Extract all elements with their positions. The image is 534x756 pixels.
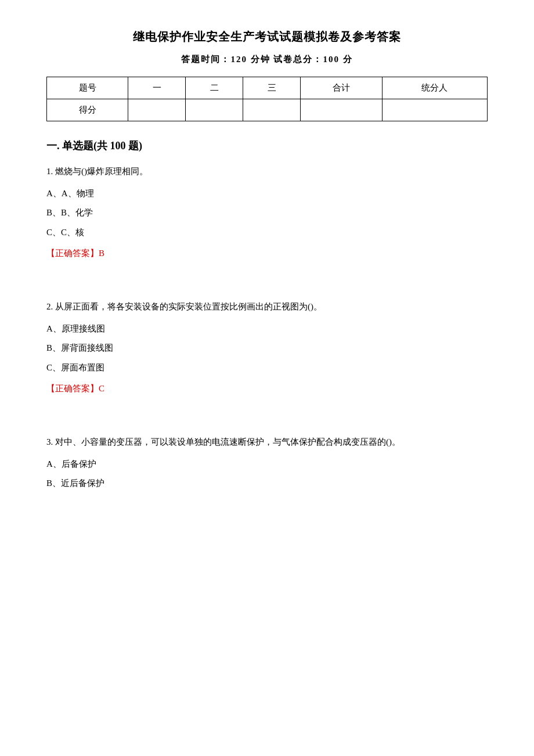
option-1c: C、C、核 — [46, 225, 488, 240]
question-block-3: 3. 对中、小容量的变压器，可以装设单独的电流速断保护，与气体保护配合构成变压器… — [46, 435, 488, 491]
header-cell-grader: 统分人 — [382, 77, 488, 99]
header-cell-tihao: 题号 — [47, 77, 128, 99]
question-block-1: 1. 燃烧与()爆炸原理相同。 A、A、物理 B、B、化学 C、C、核 【正确答… — [46, 164, 488, 259]
spacer-1 — [46, 276, 488, 300]
score-cell-2 — [186, 99, 243, 121]
table-score-row: 得分 — [47, 99, 488, 121]
answer-value-2: C — [99, 384, 104, 393]
header-cell-3: 三 — [243, 77, 301, 99]
question-block-2: 2. 从屏正面看，将各安装设备的实际安装位置按比例画出的正视图为()。 A、原理… — [46, 300, 488, 394]
spacer-2 — [46, 412, 488, 435]
answer-label-1: 【正确答案】 — [46, 249, 99, 258]
score-cell-total — [301, 99, 382, 121]
option-1a: A、A、物理 — [46, 186, 488, 201]
sub-title: 答题时间：120 分钟 试卷总分：100 分 — [46, 54, 488, 65]
answer-value-1: B — [99, 249, 104, 258]
option-3a: A、后备保护 — [46, 457, 488, 472]
header-cell-2: 二 — [186, 77, 243, 99]
question-text-1: 1. 燃烧与()爆炸原理相同。 — [46, 164, 488, 179]
main-title: 继电保护作业安全生产考试试题模拟卷及参考答案 — [46, 29, 488, 45]
option-2c: C、屏面布置图 — [46, 361, 488, 376]
section1-title: 一. 单选题(共 100 题) — [46, 139, 488, 153]
answer-2: 【正确答案】C — [46, 383, 488, 394]
table-header-row: 题号 一 二 三 合计 统分人 — [47, 77, 488, 99]
option-1b: B、B、化学 — [46, 206, 488, 221]
score-cell-grader — [382, 99, 488, 121]
answer-1: 【正确答案】B — [46, 248, 488, 259]
header-cell-1: 一 — [128, 77, 186, 99]
option-2a: A、原理接线图 — [46, 322, 488, 337]
score-cell-3 — [243, 99, 301, 121]
header-cell-total: 合计 — [301, 77, 382, 99]
question-text-2: 2. 从屏正面看，将各安装设备的实际安装位置按比例画出的正视图为()。 — [46, 300, 488, 315]
score-table: 题号 一 二 三 合计 统分人 得分 — [46, 77, 488, 121]
answer-label-2: 【正确答案】 — [46, 384, 99, 393]
option-2b: B、屏背面接线图 — [46, 341, 488, 356]
score-label: 得分 — [47, 99, 128, 121]
score-cell-1 — [128, 99, 186, 121]
question-text-3: 3. 对中、小容量的变压器，可以装设单独的电流速断保护，与气体保护配合构成变压器… — [46, 435, 488, 450]
option-3b: B、近后备保护 — [46, 476, 488, 491]
